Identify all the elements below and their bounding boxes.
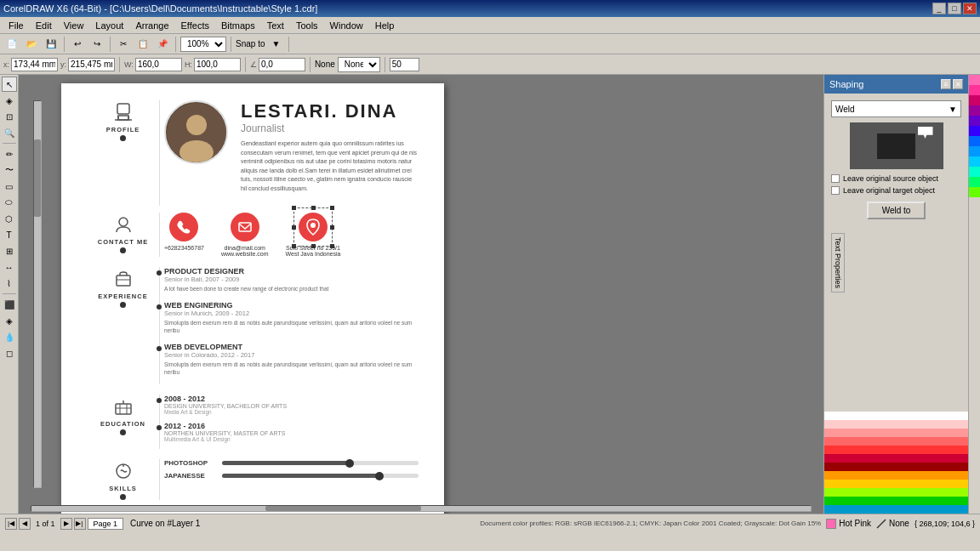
page-prev-btn[interactable]: ◀ xyxy=(19,518,31,530)
swatch-cyan[interactable] xyxy=(969,156,980,167)
swatch-skyblue[interactable] xyxy=(969,146,980,156)
table-tool[interactable]: ⊞ xyxy=(2,243,17,258)
redo-btn[interactable]: ↪ xyxy=(88,36,105,53)
crop-tool[interactable]: ⊡ xyxy=(2,109,17,124)
color-red[interactable] xyxy=(824,446,968,454)
scroll-v-track[interactable] xyxy=(33,100,42,488)
leave-target-checkbox[interactable] xyxy=(831,186,840,195)
minimize-button[interactable]: _ xyxy=(932,3,946,14)
color-red-light[interactable] xyxy=(824,437,968,446)
scrollbar-vertical[interactable]: ▲ ▼ xyxy=(31,87,43,502)
text-tool[interactable]: T xyxy=(2,227,17,242)
menu-arrange[interactable]: Arrange xyxy=(130,19,174,32)
undo-btn[interactable]: ↩ xyxy=(69,36,86,53)
fill-tool[interactable]: ⬛ xyxy=(2,297,17,312)
close-button[interactable]: ✕ xyxy=(963,3,977,14)
menu-text[interactable]: Text xyxy=(262,19,289,32)
swatch-aqua[interactable] xyxy=(969,167,980,177)
color-teal[interactable] xyxy=(824,505,968,514)
menu-bitmaps[interactable]: Bitmaps xyxy=(216,19,260,32)
color-green[interactable] xyxy=(824,497,968,505)
swatch-green[interactable] xyxy=(969,177,980,187)
sep-coord xyxy=(119,57,120,72)
title-text: CorelDRAW X6 (64-Bit) - [C:\Users\Dell\D… xyxy=(3,3,317,14)
node-tool[interactable]: ◈ xyxy=(2,93,17,108)
menu-help[interactable]: Help xyxy=(370,19,400,32)
swatch-purple[interactable] xyxy=(969,105,980,116)
new-btn[interactable]: 📄 xyxy=(3,36,20,53)
scroll-h-thumb[interactable] xyxy=(265,506,421,511)
scroll-h-track[interactable] xyxy=(31,505,812,512)
color-eyedrop-tool[interactable]: 💧 xyxy=(2,329,17,344)
y-input[interactable] xyxy=(68,58,115,71)
skill-japanese-handle[interactable] xyxy=(375,472,384,480)
page-last-btn[interactable]: ▶| xyxy=(74,518,86,530)
swatch-blue2[interactable] xyxy=(969,136,980,146)
h-input[interactable] xyxy=(194,58,241,71)
scroll-v-thumb[interactable] xyxy=(34,139,41,217)
weld-dropdown[interactable]: Weld ▼ xyxy=(831,100,961,117)
rect-tool[interactable]: ▭ xyxy=(2,179,17,194)
swatch-blue[interactable] xyxy=(969,126,980,136)
menu-layout[interactable]: Layout xyxy=(90,19,128,32)
maximize-button[interactable]: □ xyxy=(948,3,961,14)
color-dark-red[interactable] xyxy=(824,463,968,471)
angle-field: ∠ xyxy=(250,58,305,71)
none-dropdown[interactable]: None xyxy=(338,57,380,72)
copy-btn[interactable]: 📋 xyxy=(134,36,151,53)
menu-edit[interactable]: Edit xyxy=(31,19,57,32)
sep-coord3 xyxy=(310,57,311,72)
smart-draw-tool[interactable]: 〜 xyxy=(2,162,17,178)
panel-close-btn[interactable]: ✕ xyxy=(953,79,963,89)
page-tab[interactable]: Page 1 xyxy=(88,518,124,530)
open-btn[interactable]: 📂 xyxy=(23,36,40,53)
interactive-tool[interactable]: ◈ xyxy=(2,313,17,328)
w-input[interactable] xyxy=(135,58,182,71)
svg-line-34 xyxy=(877,520,886,528)
outline-tool[interactable]: ◻ xyxy=(2,345,17,361)
color-crimson[interactable] xyxy=(824,454,968,463)
ellipse-tool[interactable]: ⬭ xyxy=(2,195,17,210)
menu-effects[interactable]: Effects xyxy=(176,19,214,32)
polygon-tool[interactable]: ⬡ xyxy=(2,211,17,226)
swatch-chartreuse[interactable] xyxy=(969,187,980,197)
cut-btn[interactable]: ✂ xyxy=(115,36,132,53)
swatch-hotpink[interactable] xyxy=(969,75,980,85)
value-input[interactable] xyxy=(390,58,419,71)
zoom-dropdown[interactable]: 100% 50% 200% xyxy=(180,37,226,52)
angle-input[interactable] xyxy=(259,58,305,71)
freehand-tool[interactable]: ✏ xyxy=(2,146,17,162)
color-white[interactable] xyxy=(824,412,968,420)
color-pink-light[interactable] xyxy=(824,420,968,429)
color-lime[interactable] xyxy=(824,488,968,497)
dimension-tool[interactable]: ↔ xyxy=(2,259,17,275)
canvas-area[interactable]: PROFILE xyxy=(19,87,823,502)
swatch-rose[interactable] xyxy=(969,95,980,105)
page-first-btn[interactable]: |◀ xyxy=(5,518,17,530)
weld-to-button[interactable]: Weld to xyxy=(867,202,926,219)
leave-source-checkbox[interactable] xyxy=(831,174,840,183)
zoom-tool[interactable]: 🔍 xyxy=(2,125,17,140)
color-pink[interactable] xyxy=(824,429,968,437)
panel-options-btn[interactable]: ≡ xyxy=(941,79,951,89)
color-orange[interactable] xyxy=(824,471,968,480)
skill-photoshop-bar xyxy=(222,461,419,465)
text-properties-tab[interactable]: Text Properties xyxy=(831,233,845,293)
save-btn[interactable]: 💾 xyxy=(43,36,60,53)
snap-dropdown-btn[interactable]: ▼ xyxy=(267,36,284,53)
paste-btn[interactable]: 📌 xyxy=(154,36,171,53)
menu-view[interactable]: View xyxy=(59,19,89,32)
page-next-btn[interactable]: ▶ xyxy=(60,518,72,530)
svg-rect-23 xyxy=(239,223,251,231)
menu-window[interactable]: Window xyxy=(325,19,368,32)
swatch-violet[interactable] xyxy=(969,116,980,126)
x-input[interactable] xyxy=(11,58,58,71)
menu-tools[interactable]: Tools xyxy=(291,19,323,32)
menu-file[interactable]: File xyxy=(3,19,29,32)
select-tool[interactable]: ↖ xyxy=(2,77,17,92)
swatch-deeppink[interactable] xyxy=(969,85,980,95)
page-nav: |◀ ◀ 1 of 1 ▶ ▶| Page 1 xyxy=(5,518,123,530)
connector-tool[interactable]: ⌇ xyxy=(2,276,17,291)
skill-photoshop-handle[interactable] xyxy=(345,459,354,468)
color-yellow[interactable] xyxy=(824,480,968,488)
